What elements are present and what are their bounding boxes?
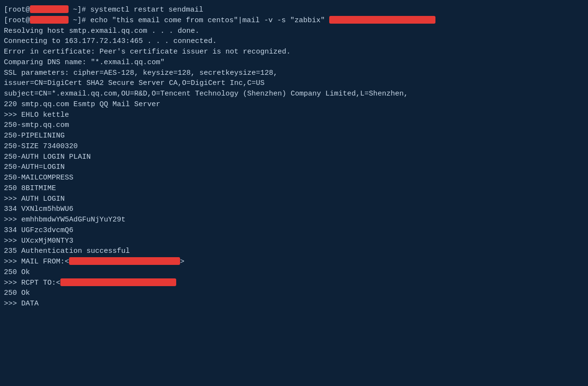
output-text: Resolving host smtp.exmail.qq.com . . . … [4, 27, 199, 35]
prompt-text: [root@ [4, 6, 30, 14]
terminal-line: [root@ ~]# systemctl restart sendmail [4, 5, 584, 15]
terminal-line: 250 Ok [4, 288, 584, 299]
terminal-line: >>> EHLO kettle [4, 110, 584, 121]
output-text: 235 Authentication successful [4, 247, 130, 255]
terminal-line: 235 Authentication successful [4, 246, 584, 257]
prompt-text: [root@ [4, 16, 30, 25]
terminal-line: Comparing DNS name: "*.exmail.qq.com" [4, 57, 584, 68]
output-text: Connecting to 163.177.72.143:465 . . . c… [4, 37, 217, 45]
output-text: >>> emhhbmdwYW5AdGFuNjYuY29t [4, 216, 126, 224]
output-text: 250-smtp.qq.com [4, 121, 69, 129]
terminal-line: >>> DATA [4, 299, 584, 309]
redacted-hostname [30, 5, 69, 13]
terminal-line: >>> UXcxMjM0NTY3 [4, 236, 584, 247]
output-text: Error in certificate: Peer's certificate… [4, 48, 291, 56]
output-text: 250 Ok [4, 268, 30, 276]
output-text: >>> MAIL FROM:< [4, 258, 69, 266]
terminal-line: 250-AUTH LOGIN PLAIN [4, 152, 584, 163]
output-text: 334 VXNlcm5hbWU6 [4, 205, 73, 213]
output-text: >>> DATA [4, 300, 39, 308]
terminal-line: 250-SIZE 73400320 [4, 141, 584, 152]
output-text: >>> EHLO kettle [4, 111, 69, 119]
prompt-suffix: ~]# systemctl restart sendmail [69, 6, 203, 14]
terminal-line: >>> RCPT TO:< [4, 278, 584, 289]
redacted-rcpt-to [60, 278, 176, 286]
terminal-line: 334 UGFzc3dvcmQ6 [4, 225, 584, 236]
terminal-line: Resolving host smtp.exmail.qq.com . . . … [4, 26, 584, 37]
terminal-line: >>> emhhbmdwYW5AdGFuNjYuY29t [4, 215, 584, 225]
output-text: SSL parameters: cipher=AES-128, keysize=… [4, 69, 278, 77]
terminal-line: 250-PIPELINING [4, 131, 584, 141]
terminal-window: [root@ ~]# systemctl restart sendmail [r… [0, 0, 588, 386]
output-text: 250 Ok [4, 289, 30, 297]
output-text: 250-AUTH=LOGIN [4, 163, 65, 171]
terminal-line: Error in certificate: Peer's certificate… [4, 47, 584, 57]
output-text: 250-PIPELINING [4, 132, 65, 140]
redacted-mail-from [69, 257, 180, 265]
terminal-line: 250-MAILCOMPRESS [4, 173, 584, 183]
prompt-suffix: ~]# echo "this email come from centos"|m… [69, 16, 329, 25]
output-text: >>> RCPT TO:< [4, 279, 60, 287]
output-text: 250 8BITMIME [4, 184, 56, 193]
terminal-line: 250 8BITMIME [4, 183, 584, 194]
terminal-line: [root@ ~]# echo "this email come from ce… [4, 15, 584, 26]
output-text: subject=CN=*.exmail.qq.com,OU=R&D,O=Tenc… [4, 90, 408, 98]
output-text: 250-AUTH LOGIN PLAIN [4, 153, 91, 161]
output-text: 250-SIZE 73400320 [4, 142, 78, 151]
terminal-line: issuer=CN=DigiCert SHA2 Secure Server CA… [4, 78, 584, 89]
output-text: >>> AUTH LOGIN [4, 195, 65, 203]
output-text: issuer=CN=DigiCert SHA2 Secure Server CA… [4, 79, 265, 87]
terminal-line: subject=CN=*.exmail.qq.com,OU=R&D,O=Tenc… [4, 89, 584, 99]
output-text: 334 UGFzc3dvcmQ6 [4, 226, 73, 234]
terminal-line: SSL parameters: cipher=AES-128, keysize=… [4, 68, 584, 79]
redacted-hostname [30, 16, 69, 24]
terminal-line: >>> MAIL FROM:<> [4, 257, 584, 267]
terminal-line: 250-AUTH=LOGIN [4, 162, 584, 173]
redacted-email [329, 16, 435, 24]
terminal-line: 334 VXNlcm5hbWU6 [4, 204, 584, 215]
output-text: >>> UXcxMjM0NTY3 [4, 237, 73, 245]
output-text: Comparing DNS name: "*.exmail.qq.com" [4, 58, 165, 67]
terminal-line: Connecting to 163.177.72.143:465 . . . c… [4, 36, 584, 47]
terminal-line: 220 smtp.qq.com Esmtp QQ Mail Server [4, 99, 584, 110]
terminal-line: >>> AUTH LOGIN [4, 194, 584, 205]
terminal-line: 250-smtp.qq.com [4, 120, 584, 131]
output-text: 250-MAILCOMPRESS [4, 174, 73, 182]
terminal-line: 250 Ok [4, 267, 584, 278]
output-text: > [180, 258, 184, 266]
output-text: 220 smtp.qq.com Esmtp QQ Mail Server [4, 100, 160, 109]
